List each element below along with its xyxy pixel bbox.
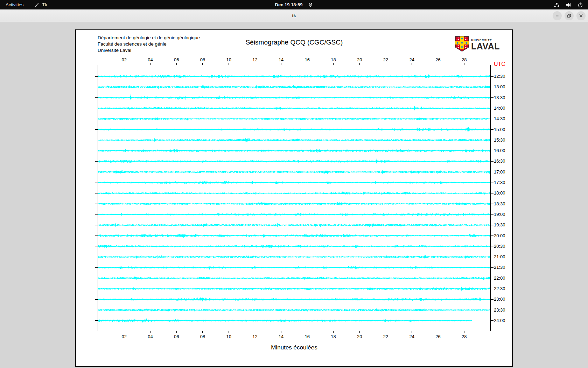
laval-logo-text: UNIVERSITÉ LAVAL — [471, 39, 500, 51]
x-tick-top — [150, 63, 150, 65]
institution-line-3: Université Laval — [98, 47, 200, 54]
utc-time-label: 21:00 — [494, 254, 505, 259]
helicorder-plot-frame — [98, 65, 491, 331]
utc-time-label: 18:30 — [494, 201, 505, 206]
x-tick-label-top: 14 — [276, 57, 286, 62]
bell-slash-icon — [308, 2, 313, 7]
focused-app-name: Tk — [42, 2, 47, 7]
trace-tick-right — [491, 108, 493, 108]
trace-tick-left — [95, 97, 98, 98]
x-tick-label-bottom: 02 — [119, 334, 129, 339]
laval-logo-line2: LAVAL — [471, 42, 500, 51]
trace-tick-right — [491, 76, 493, 77]
utc-time-label: 15:30 — [494, 137, 505, 143]
x-tick-top — [464, 63, 464, 65]
trace-tick-left — [95, 108, 98, 108]
trace-tick-left — [95, 76, 98, 77]
trace-tick-left — [95, 246, 98, 246]
trace-tick-right — [491, 289, 493, 289]
trace-tick-left — [95, 267, 98, 268]
utc-time-label: 22:30 — [494, 286, 505, 291]
utc-time-label: 18:00 — [494, 190, 505, 196]
x-axis-title: Minutes écoulées — [98, 344, 491, 351]
trace-tick-right — [491, 183, 493, 183]
trace-tick-right — [491, 214, 493, 214]
clock-text: Dec 19 18:59 — [275, 2, 303, 7]
clock-menu[interactable]: Dec 19 18:59 — [275, 0, 313, 9]
focused-app-indicator[interactable]: Tk — [34, 2, 47, 8]
x-tick-bottom — [176, 331, 177, 333]
trace-tick-right — [491, 320, 493, 321]
trace-tick-right — [491, 151, 493, 151]
x-tick-bottom — [124, 331, 124, 333]
x-tick-label-top: 10 — [224, 57, 234, 62]
utc-time-label: 19:00 — [494, 212, 505, 217]
utc-time-label: 14:30 — [494, 116, 505, 121]
utc-time-label: 20:30 — [494, 244, 505, 249]
trace-tick-left — [95, 87, 98, 87]
x-tick-label-bottom: 14 — [276, 334, 286, 339]
utc-time-label: 17:30 — [494, 180, 505, 185]
close-button[interactable] — [576, 11, 586, 20]
x-tick-top — [176, 63, 177, 65]
trace-tick-left — [95, 257, 98, 257]
trace-tick-right — [491, 236, 493, 236]
trace-tick-right — [491, 278, 493, 278]
trace-tick-left — [95, 119, 98, 119]
x-tick-top — [333, 63, 334, 65]
x-tick-bottom — [438, 331, 438, 333]
x-tick-label-top: 18 — [329, 57, 338, 62]
x-tick-bottom — [281, 331, 281, 333]
x-tick-top — [307, 63, 307, 65]
x-tick-bottom — [464, 331, 464, 333]
trace-tick-right — [491, 246, 493, 246]
trace-tick-left — [95, 172, 98, 172]
x-tick-label-bottom: 18 — [329, 334, 338, 339]
x-tick-top — [229, 63, 229, 65]
x-tick-top — [412, 63, 412, 65]
x-tick-label-bottom: 20 — [355, 334, 364, 339]
trace-tick-left — [95, 236, 98, 236]
trace-tick-left — [95, 320, 98, 321]
maximize-button[interactable] — [565, 11, 574, 20]
system-status-area[interactable] — [554, 2, 588, 8]
trace-tick-right — [491, 225, 493, 225]
seismogram-traces-canvas — [98, 65, 490, 331]
utc-time-label: 19:30 — [494, 222, 505, 227]
utc-time-label: 13:00 — [494, 84, 505, 89]
utc-axis-label: UTC — [494, 61, 505, 67]
trace-tick-right — [491, 310, 493, 310]
trace-tick-right — [491, 161, 493, 162]
trace-tick-left — [95, 299, 98, 300]
utc-time-label: 17:00 — [494, 169, 505, 175]
power-icon — [578, 2, 583, 8]
utc-time-label: 21:30 — [494, 265, 505, 270]
x-tick-bottom — [150, 331, 150, 333]
minimize-button[interactable] — [553, 11, 562, 20]
trace-tick-left — [95, 151, 98, 151]
x-tick-label-top: 04 — [145, 57, 155, 62]
activities-button[interactable]: Activities — [6, 2, 23, 7]
x-tick-top — [359, 63, 360, 65]
x-tick-label-top: 12 — [250, 57, 260, 62]
x-tick-label-bottom: 08 — [198, 334, 208, 339]
window-title: tk — [292, 13, 296, 18]
trace-tick-left — [95, 289, 98, 289]
x-tick-bottom — [386, 331, 386, 333]
x-tick-bottom — [229, 331, 229, 333]
utc-time-label: 16:00 — [494, 148, 505, 153]
laval-shield-icon — [455, 36, 469, 53]
x-tick-label-top: 24 — [407, 57, 417, 62]
window-titlebar: tk — [0, 9, 588, 22]
x-tick-top — [202, 63, 203, 65]
x-tick-label-bottom: 26 — [433, 334, 443, 339]
trace-tick-right — [491, 129, 493, 130]
x-tick-label-bottom: 12 — [250, 334, 260, 339]
x-tick-bottom — [333, 331, 334, 333]
utc-time-label: 15:00 — [494, 127, 505, 132]
trace-tick-right — [491, 87, 493, 87]
trace-tick-right — [491, 299, 493, 300]
desktop-screen: Activities Tk Dec 19 — [0, 0, 588, 368]
trace-tick-left — [95, 193, 98, 193]
utc-time-label: 23:00 — [494, 297, 505, 302]
